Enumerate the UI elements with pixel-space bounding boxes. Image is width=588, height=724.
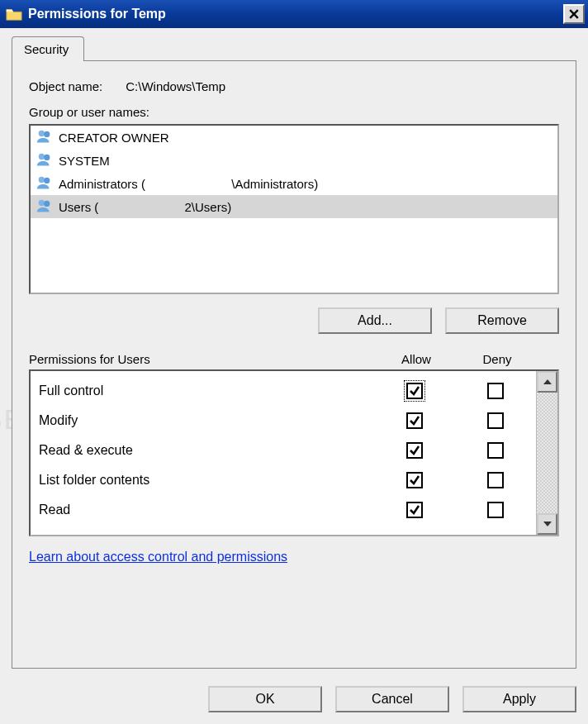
list-item-label: CREATOR OWNER xyxy=(59,131,169,145)
close-button[interactable] xyxy=(563,4,585,24)
chevron-up-icon xyxy=(543,379,552,384)
tab-strip: Security xyxy=(12,36,576,60)
checkbox-allow-list-folder[interactable] xyxy=(406,472,423,488)
chevron-down-icon xyxy=(543,522,552,526)
add-button[interactable]: Add... xyxy=(318,307,432,334)
object-name-value: C:\Windows\Temp xyxy=(126,79,225,93)
svg-point-3 xyxy=(44,155,50,160)
scroll-up-button[interactable] xyxy=(537,371,557,393)
svg-point-2 xyxy=(39,154,45,160)
client-area: Security Object name: C:\Windows\Temp Gr… xyxy=(0,28,588,724)
list-item-system[interactable]: SYSTEM xyxy=(31,149,557,172)
permissions-header: Permissions for Users Allow Deny xyxy=(29,352,559,366)
folder-icon xyxy=(5,5,23,23)
group-icon xyxy=(36,175,54,192)
checkbox-deny-read-execute[interactable] xyxy=(487,442,504,459)
checkbox-deny-list-folder[interactable] xyxy=(487,472,504,488)
perm-row-read: Read xyxy=(39,495,536,525)
checkbox-deny-read[interactable] xyxy=(487,502,504,518)
perm-row-list-folder: List folder contents xyxy=(39,465,536,495)
list-item-label: Users ( 2\Users) xyxy=(59,200,231,214)
window-title: Permissions for Temp xyxy=(28,7,563,21)
tab-panel-security: Object name: C:\Windows\Temp Group or us… xyxy=(12,60,576,669)
perm-row-full-control: Full control xyxy=(39,376,536,406)
perm-label: Read & execute xyxy=(39,443,374,458)
checkbox-allow-read-execute[interactable] xyxy=(406,442,423,459)
permissions-scrollbar[interactable] xyxy=(536,371,557,535)
groups-section: Group or user names: CREATOR OWNER SYSTE… xyxy=(29,105,559,294)
groups-listbox[interactable]: CREATOR OWNER SYSTEM Administrators ( \A… xyxy=(29,124,559,294)
checkbox-allow-modify[interactable] xyxy=(406,412,423,429)
dialog-buttons: OK Cancel Apply xyxy=(208,686,576,712)
help-link[interactable]: Learn about access control and permissio… xyxy=(29,550,287,564)
checkbox-deny-full-control[interactable] xyxy=(487,383,504,399)
svg-point-5 xyxy=(44,178,50,183)
titlebar: Permissions for Temp xyxy=(0,0,588,28)
group-buttons-row: Add... Remove xyxy=(29,307,559,334)
checkbox-allow-read[interactable] xyxy=(406,502,423,518)
column-allow: Allow xyxy=(376,352,457,366)
checkbox-allow-full-control[interactable] xyxy=(406,383,423,399)
scroll-down-button[interactable] xyxy=(537,513,557,535)
tab-security[interactable]: Security xyxy=(12,36,84,61)
perm-label: List folder contents xyxy=(39,473,374,488)
list-item-creator-owner[interactable]: CREATOR OWNER xyxy=(31,126,557,149)
column-deny: Deny xyxy=(457,352,538,366)
ok-button[interactable]: OK xyxy=(208,686,322,712)
perm-label: Modify xyxy=(39,413,374,428)
list-item-administrators[interactable]: Administrators ( \Administrators) xyxy=(31,172,557,195)
svg-point-7 xyxy=(44,201,50,207)
object-name-label: Object name: xyxy=(29,79,102,93)
perm-row-modify: Modify xyxy=(39,406,536,436)
list-item-users[interactable]: Users ( 2\Users) xyxy=(31,195,557,218)
permissions-listbox: Full control Modify Read & execute List … xyxy=(29,369,559,536)
perm-row-read-execute: Read & execute xyxy=(39,436,536,465)
close-icon xyxy=(569,9,579,19)
object-name-row: Object name: C:\Windows\Temp xyxy=(29,79,559,93)
list-item-label: SYSTEM xyxy=(59,154,110,168)
perm-label: Read xyxy=(39,503,374,517)
permissions-header-label: Permissions for Users xyxy=(29,352,376,366)
group-icon xyxy=(36,152,54,169)
apply-button[interactable]: Apply xyxy=(462,686,576,712)
group-icon xyxy=(36,198,54,215)
list-item-label: Administrators ( \Administrators) xyxy=(59,177,318,191)
perm-label: Full control xyxy=(39,383,374,398)
remove-button[interactable]: Remove xyxy=(445,307,559,334)
checkbox-deny-modify[interactable] xyxy=(487,412,504,429)
cancel-button[interactable]: Cancel xyxy=(335,686,449,712)
svg-point-0 xyxy=(39,131,45,136)
svg-point-6 xyxy=(39,200,45,206)
group-icon xyxy=(36,129,54,145)
groups-label: Group or user names: xyxy=(29,105,559,119)
svg-point-1 xyxy=(44,131,50,137)
scroll-track[interactable] xyxy=(537,393,557,513)
svg-point-4 xyxy=(39,177,45,183)
